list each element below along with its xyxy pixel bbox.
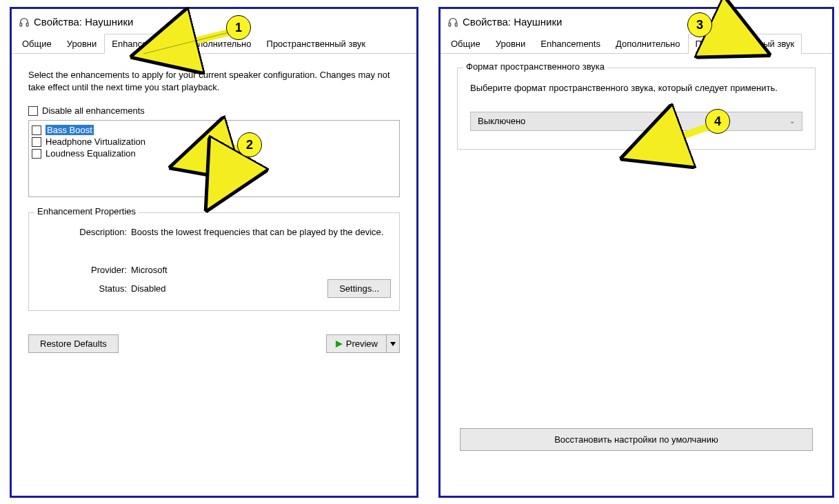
disable-all-checkbox[interactable] [28, 106, 38, 116]
spatial-format-value: Выключено [478, 116, 525, 126]
annotation-badge-4: 4 [705, 109, 730, 134]
tab-enhancements-r[interactable]: Enhancements [533, 34, 608, 54]
disable-all-label: Disable all enhancements [42, 105, 145, 116]
svg-rect-1 [26, 23, 28, 26]
enh-bass-boost-checkbox[interactable] [32, 125, 41, 135]
chevron-down-icon: ⌄ [789, 117, 795, 125]
enh-headphone-virt-checkbox[interactable] [32, 137, 41, 147]
tab-general[interactable]: Общие [14, 34, 59, 54]
annotation-badge-3: 3 [687, 12, 712, 37]
preview-dropdown-button[interactable] [387, 334, 400, 353]
svg-marker-2 [336, 341, 343, 347]
annotation-badge-2: 2 [237, 132, 262, 157]
left-window: Свойства: Наушники Общие Уровни Enhancem… [10, 7, 418, 498]
enh-loudness-eq-label: Loudness Equalization [46, 148, 136, 159]
window-title: Свойства: Наушники [34, 16, 133, 28]
tab-spatial[interactable]: Пространственный звук [259, 34, 374, 54]
headphones-icon [19, 17, 30, 28]
preview-button[interactable]: Preview [326, 334, 387, 353]
status-label: Status: [37, 283, 131, 294]
enh-bass-boost[interactable]: Bass Boost [32, 125, 396, 135]
enh-bass-boost-label: Bass Boost [46, 125, 94, 135]
desc-label: Description: [37, 227, 131, 237]
svg-rect-5 [455, 23, 457, 26]
play-icon [335, 340, 343, 348]
intro-text: Select the enhancements to apply for you… [28, 69, 400, 93]
provider-label: Provider: [37, 265, 131, 275]
annotation-badge-1: 1 [226, 15, 251, 40]
svg-line-15 [633, 125, 711, 154]
tab-general-r[interactable]: Общие [443, 34, 488, 54]
right-window: Свойства: Наушники Общие Уровни Enhancem… [438, 7, 834, 498]
enh-headphone-virt-label: Headphone Virtualization [46, 137, 145, 147]
annotation-arrow-3 [705, 19, 774, 61]
tab-advanced-r[interactable]: Дополнительно [608, 34, 688, 54]
window-title-right: Свойства: Наушники [463, 16, 562, 28]
enh-loudness-eq-checkbox[interactable] [32, 149, 41, 159]
spatial-legend: Формат пространственного звука [463, 61, 607, 72]
restore-defaults-button-r[interactable]: Восстановить настройки по умолчанию [460, 428, 813, 451]
provider-value: Microsoft [131, 265, 391, 275]
props-legend: Enhancement Properties [34, 206, 139, 216]
svg-line-8 [143, 31, 234, 54]
svg-line-13 [711, 28, 758, 50]
tab-levels[interactable]: Уровни [59, 34, 104, 54]
tab-levels-r[interactable]: Уровни [488, 34, 533, 54]
svg-marker-3 [390, 342, 396, 346]
disable-all-row[interactable]: Disable all enhancements [28, 105, 400, 116]
props-fieldset: Enhancement Properties Description: Boos… [28, 212, 400, 311]
caret-down-icon [390, 342, 396, 346]
spatial-desc: Выберите формат пространственного звука,… [470, 82, 802, 95]
restore-defaults-button[interactable]: Restore Defaults [28, 334, 119, 353]
preview-split: Preview [326, 334, 400, 353]
headphones-icon [447, 17, 458, 28]
settings-button[interactable]: Settings... [327, 279, 391, 298]
status-value: Disabled [131, 283, 166, 294]
svg-rect-0 [20, 23, 22, 26]
svg-rect-4 [449, 23, 451, 26]
desc-value: Boosts the lowest frequencies that can b… [131, 227, 391, 237]
